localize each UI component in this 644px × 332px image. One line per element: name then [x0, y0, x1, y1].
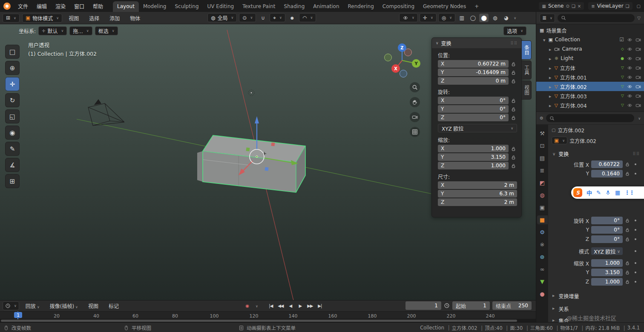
- selected-cube-object[interactable]: [197, 135, 305, 192]
- lock-icon[interactable]: [511, 106, 517, 112]
- outliner-search-input[interactable]: [558, 14, 635, 22]
- tab-view-layer[interactable]: ≣: [537, 166, 548, 175]
- lock-icon[interactable]: [511, 146, 517, 152]
- lock-icon[interactable]: [511, 70, 517, 75]
- lock-icon[interactable]: [625, 162, 631, 167]
- menu-add[interactable]: 添加: [106, 13, 124, 23]
- lock-icon[interactable]: [511, 155, 517, 160]
- location-x-field[interactable]: X0.60722 m: [438, 60, 509, 68]
- outliner-row-cube-003[interactable]: ▽ 立方体.003 ▽: [536, 91, 644, 100]
- dimensions-z-field[interactable]: Z2 m: [438, 198, 517, 206]
- lock-icon[interactable]: [625, 237, 631, 242]
- dimensions-x-field[interactable]: X2 m: [438, 181, 517, 189]
- animate-dot[interactable]: [635, 281, 636, 283]
- location-z-field[interactable]: Z0 m: [438, 77, 509, 85]
- workspace-tab-texture-paint[interactable]: Texture Paint: [238, 1, 279, 12]
- ime-keyboard-icon[interactable]: ▦: [615, 189, 620, 196]
- expand-icon[interactable]: [549, 65, 552, 71]
- snap-toggle[interactable]: ∪: [258, 14, 267, 22]
- menu-file[interactable]: 文件: [14, 1, 32, 11]
- location-y-field[interactable]: Y-0.16409 m: [438, 69, 509, 76]
- workspace-tab-layout[interactable]: Layout: [113, 1, 139, 12]
- expand-icon[interactable]: [549, 46, 552, 52]
- tab-physics[interactable]: ⊚: [537, 252, 548, 261]
- expand-icon[interactable]: [549, 74, 552, 80]
- ime-toolbar[interactable]: S 中 ✎ ▦ ⋮⋮: [571, 186, 644, 199]
- menu-edit[interactable]: 编辑: [33, 1, 51, 11]
- hide-eye-icon[interactable]: [627, 46, 632, 52]
- id-type-dropdown[interactable]: ▣: [552, 137, 567, 144]
- transform-section-header[interactable]: ∨变换: [548, 149, 644, 158]
- animate-dot[interactable]: [635, 163, 636, 165]
- camera-view-toggle[interactable]: [410, 112, 420, 122]
- expand-icon[interactable]: [549, 83, 552, 89]
- tool-cursor[interactable]: ⊕: [5, 61, 20, 75]
- dimensions-y-field[interactable]: Y6.3 m: [438, 190, 517, 197]
- tab-material[interactable]: ●: [537, 289, 548, 298]
- workspace-tab-compositing[interactable]: Compositing: [378, 1, 419, 12]
- display-icon[interactable]: ▢: [637, 4, 641, 9]
- outliner-row-light[interactable]: ☼ Light ●: [536, 54, 644, 63]
- render-visibility-icon[interactable]: [635, 37, 641, 43]
- tool-annotate[interactable]: ✎: [5, 142, 20, 156]
- animate-dot[interactable]: [635, 262, 636, 264]
- visibility-dropdown[interactable]: [399, 13, 418, 22]
- ime-more-icon[interactable]: ⋮⋮: [624, 189, 634, 196]
- sidebar-tab-tool[interactable]: 工具: [522, 60, 532, 80]
- menu-select[interactable]: 选择: [85, 13, 103, 23]
- location-x-field[interactable]: 0.60722: [591, 160, 623, 168]
- overlays-dropdown[interactable]: ◎: [438, 13, 455, 22]
- tab-world[interactable]: ◍: [537, 191, 548, 200]
- animate-dot[interactable]: [635, 229, 636, 231]
- render-visibility-icon[interactable]: [635, 103, 641, 108]
- ime-mic-icon[interactable]: [605, 190, 611, 195]
- menu-window[interactable]: 窗口: [70, 1, 88, 11]
- tab-render[interactable]: ⊡: [537, 141, 548, 150]
- scale-z-field[interactable]: Z1.000: [438, 162, 509, 169]
- options-dropdown[interactable]: 选项: [503, 26, 526, 35]
- ime-logo-icon[interactable]: S: [573, 188, 582, 197]
- light-object[interactable]: [248, 90, 254, 96]
- rotation-z-field[interactable]: Z0°: [438, 114, 509, 121]
- snap-settings-dropdown[interactable]: ⌖: [270, 13, 285, 22]
- hide-eye-icon[interactable]: [627, 103, 632, 108]
- outliner-row-cube-004[interactable]: ▽ 立方体.004 ▽: [536, 100, 644, 110]
- lock-icon[interactable]: [625, 171, 631, 176]
- scene-selector[interactable]: ▦ Scene ⊙ ❏ ×: [539, 2, 584, 10]
- hide-eye-icon[interactable]: [627, 56, 632, 61]
- orientation-dropdown[interactable]: ◍全局: [207, 13, 237, 22]
- pin-icon[interactable]: ⊙: [566, 4, 569, 9]
- play-reverse-button[interactable]: ◀: [286, 302, 295, 310]
- tab-object-data[interactable]: ▼: [537, 277, 548, 286]
- tab-particles[interactable]: ※: [537, 240, 548, 249]
- tool-rotate[interactable]: ↻: [5, 93, 20, 107]
- menu-markers[interactable]: 标记: [105, 301, 123, 311]
- rotation-x-field[interactable]: 0°: [591, 217, 623, 224]
- lock-icon[interactable]: [625, 218, 631, 223]
- pan-control[interactable]: [410, 97, 420, 107]
- gizmo-z-arrow[interactable]: [255, 116, 259, 123]
- shading-rendered-button[interactable]: ◕: [501, 14, 511, 22]
- shading-material-button[interactable]: ◍: [490, 14, 500, 22]
- proportional-edit-toggle[interactable]: ●: [288, 14, 297, 22]
- tool-select-box[interactable]: □: [5, 45, 20, 59]
- tab-collection[interactable]: ▣: [537, 203, 548, 212]
- rotation-z-field[interactable]: 0°: [591, 235, 623, 243]
- lock-icon[interactable]: [625, 260, 631, 266]
- timeline-ruler[interactable]: 20 40 60 80 100 120 140 160 180 200 220 …: [0, 311, 536, 319]
- tab-scene[interactable]: ◩: [537, 178, 548, 187]
- render-visibility-icon[interactable]: [635, 93, 641, 99]
- select-mode-dropdown[interactable]: 框选: [95, 26, 118, 35]
- blender-logo-icon[interactable]: [3, 3, 11, 10]
- clock-icon[interactable]: [444, 303, 450, 309]
- scrollbar-thumb[interactable]: [1, 320, 517, 322]
- frame-end-field[interactable]: 结束点250: [492, 301, 532, 310]
- menu-keying[interactable]: 拨像(插帧): [46, 301, 82, 311]
- workspace-tab-modeling[interactable]: Modeling: [139, 1, 171, 12]
- lock-icon[interactable]: [511, 163, 517, 169]
- expand-icon[interactable]: [549, 93, 552, 99]
- next-keyframe-button[interactable]: ▶▶: [306, 302, 314, 310]
- tool-add-cube[interactable]: ⊞: [5, 174, 20, 188]
- ime-language-toggle[interactable]: 中: [586, 189, 592, 197]
- playhead-badge[interactable]: 1: [14, 312, 22, 318]
